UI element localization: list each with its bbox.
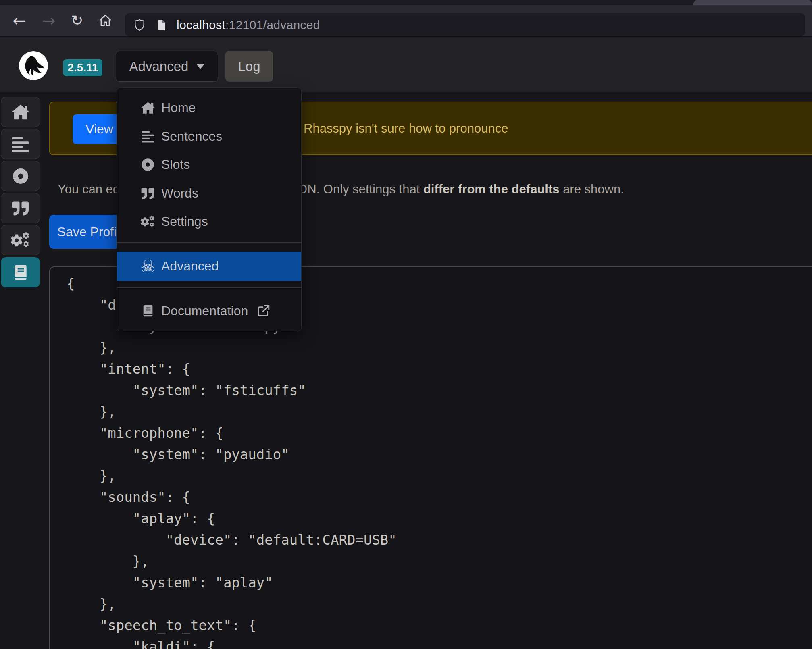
- page-dropdown-label: Advanced: [129, 59, 189, 74]
- code-line: "device": "default:CARD=USB": [67, 529, 812, 551]
- shield-icon[interactable]: [133, 19, 146, 31]
- code-line: "intent": {: [67, 358, 812, 380]
- sidebar-item-slots[interactable]: [1, 161, 40, 191]
- menu-item-advanced[interactable]: ☠ Advanced: [117, 252, 301, 281]
- slots-icon: [140, 157, 155, 172]
- menu-item-label: Documentation: [161, 304, 248, 318]
- menu-item-label: Advanced: [161, 259, 219, 274]
- url-text: localhost:12101/advanced: [177, 18, 320, 32]
- home-button[interactable]: [98, 13, 112, 28]
- url-bar[interactable]: localhost:12101/advanced: [125, 13, 805, 36]
- version-badge: 2.5.11: [63, 59, 102, 76]
- page-icon[interactable]: [156, 19, 168, 31]
- sidebar-item-home[interactable]: [1, 97, 40, 127]
- code-line: "system": "aplay": [67, 572, 812, 593]
- sidebar-item-words[interactable]: [1, 193, 40, 223]
- code-line: },: [67, 401, 812, 422]
- menu-item-home[interactable]: Home: [117, 94, 301, 122]
- chevron-down-icon: [196, 64, 204, 69]
- log-tab-label: Log: [238, 59, 260, 74]
- home-icon: [11, 104, 30, 121]
- forward-button[interactable]: →: [42, 12, 56, 29]
- screen: ← → ↻ localhost:12101/advanced 2.5.11 Ad…: [0, 0, 812, 649]
- book-icon: [140, 304, 155, 318]
- warning-message: Rhasspy isn't sure how to pronounce: [304, 121, 508, 136]
- code-line: "aplay": {: [67, 508, 812, 529]
- menu-item-label: Settings: [161, 214, 208, 229]
- browser-tab-strip: [0, 0, 812, 5]
- code-line: "speech_to_text": {: [67, 615, 812, 636]
- menu-item-documentation[interactable]: Documentation: [117, 296, 301, 325]
- menu-item-words[interactable]: Words: [117, 179, 301, 208]
- code-line: },: [67, 551, 812, 572]
- rhasspy-logo: [19, 51, 48, 80]
- menu-item-label: Home: [161, 100, 196, 115]
- menu-item-label: Words: [161, 186, 198, 201]
- code-line: },: [67, 465, 812, 487]
- code-line: "sounds": {: [67, 487, 812, 508]
- code-line: },: [67, 337, 812, 358]
- external-link-icon: [257, 304, 271, 318]
- book-icon: [12, 264, 29, 281]
- browser-active-tab[interactable]: [693, 0, 812, 5]
- sidebar-item-advanced[interactable]: [1, 257, 40, 287]
- settings-icon: [140, 214, 155, 229]
- code-line: "microphone": {: [67, 422, 812, 444]
- menu-item-settings[interactable]: Settings: [117, 207, 301, 236]
- log-tab[interactable]: Log: [225, 51, 273, 82]
- sentences-icon: [12, 135, 29, 153]
- menu-divider: [117, 287, 301, 288]
- skull-crossbones-icon: ☠: [140, 259, 155, 274]
- app-header: 2.5.11 Advanced Log: [0, 37, 812, 92]
- home-icon: [140, 100, 155, 115]
- browser-toolbar: ← → ↻ localhost:12101/advanced: [0, 5, 812, 36]
- slots-icon: [11, 167, 30, 185]
- code-line: "kaldi": {: [67, 636, 812, 649]
- code-line: "system": "pyaudio": [67, 444, 812, 465]
- intro-text-end: are shown.: [560, 182, 624, 196]
- sidebar-item-sentences[interactable]: [1, 129, 40, 159]
- code-line: },: [67, 593, 812, 615]
- page-dropdown-button[interactable]: Advanced: [116, 51, 218, 82]
- sentences-icon: [140, 129, 155, 144]
- reload-button[interactable]: ↻: [71, 13, 83, 28]
- words-icon: [140, 186, 155, 201]
- menu-item-label: Sentences: [161, 129, 222, 144]
- back-button[interactable]: ←: [12, 12, 26, 29]
- menu-divider: [117, 242, 301, 243]
- intro-text-bold: differ from the defaults: [423, 182, 560, 196]
- menu-item-label: Slots: [161, 157, 190, 172]
- nav-dropdown-menu: Home Sentences Slots Words Settings ☠ Ad…: [117, 87, 302, 331]
- settings-icon: [10, 232, 31, 248]
- menu-item-slots[interactable]: Slots: [117, 150, 301, 179]
- url-path: :12101/advanced: [225, 18, 320, 31]
- raven-icon: [20, 52, 47, 79]
- menu-item-sentences[interactable]: Sentences: [117, 122, 301, 151]
- sidebar-item-settings[interactable]: [1, 225, 40, 255]
- code-line: "system": "fsticuffs": [67, 380, 812, 401]
- url-host: localhost: [177, 18, 225, 31]
- words-icon: [12, 200, 29, 216]
